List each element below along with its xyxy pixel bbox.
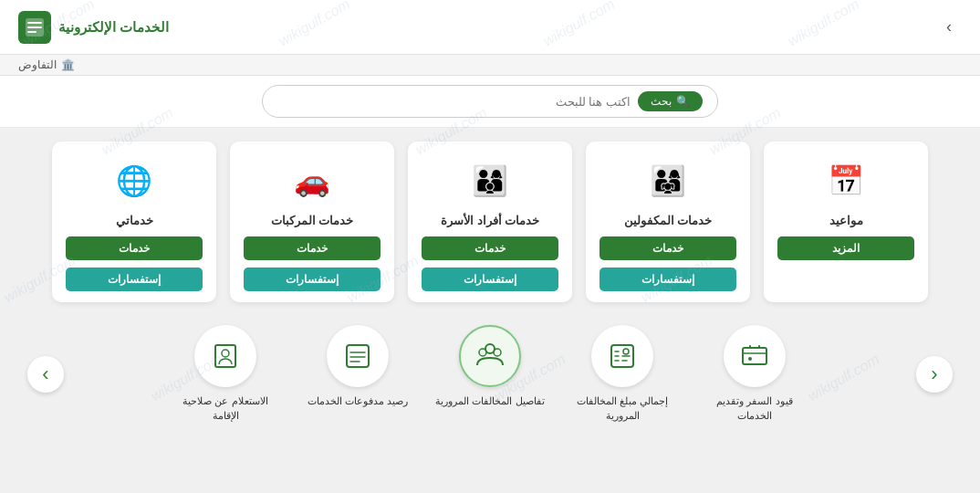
search-input[interactable]	[277, 95, 631, 109]
search-button[interactable]: 🔍 بحث	[638, 91, 703, 111]
svg-rect-1	[743, 348, 766, 364]
bottom-icon-residency[interactable]: الاستعلام عن صلاحية الإقامة	[166, 325, 285, 423]
dependents-icon: 👨‍👩‍👧	[643, 155, 693, 205]
search-bar: 🔍 بحث	[0, 76, 980, 128]
violation-details-circle	[459, 325, 521, 387]
residency-label: الاستعلام عن صلاحية الإقامة	[171, 394, 280, 423]
cards-section: 📅 مواعيد المزيد 👨‍👩‍👧 خدمات المكفولين خد…	[0, 128, 980, 316]
header: › الخدمات الإلكترونية	[0, 0, 980, 55]
balance-label: رصيد مدفوعات الخدمات	[308, 394, 408, 408]
card-myservices: 🌐 خدماتي خدمات إستفسارات	[52, 142, 216, 302]
sub-nav-icon: 🏛️	[61, 58, 75, 71]
dependents-title: خدمات المكفولين	[624, 213, 713, 229]
next-arrow[interactable]: ›	[27, 356, 64, 393]
family-inquiries-button[interactable]: إستفسارات	[422, 267, 558, 291]
family-services-button[interactable]: خدمات	[422, 236, 558, 260]
logo-icon	[18, 11, 51, 44]
appointments-icon: 📅	[821, 155, 871, 205]
prev-arrow[interactable]: ‹	[916, 356, 953, 393]
appointments-title: مواعيد	[829, 213, 863, 229]
myservices-title: خدماتي	[116, 213, 153, 229]
svg-rect-8	[347, 345, 369, 367]
residency-circle	[194, 325, 256, 387]
vehicles-title: خدمات المركبات	[271, 213, 354, 229]
violation-details-label: تفاصيل المخالفات المرورية	[435, 394, 544, 408]
svg-point-7	[494, 349, 501, 356]
bottom-icon-travel[interactable]: قيود السفر وتقديم الخدمات	[695, 325, 814, 423]
card-vehicles: 🚗 خدمات المركبات خدمات إستفسارات	[230, 142, 394, 302]
balance-circle	[327, 325, 389, 387]
card-appointments: 📅 مواعيد المزيد	[764, 142, 928, 302]
dependents-services-button[interactable]: خدمات	[599, 236, 736, 260]
bottom-icon-total-violations[interactable]: إجمالي مبلغ المخالفات المرورية	[563, 325, 682, 423]
card-family: 👨‍👩‍👦 خدمات أفراد الأسرة خدمات إستفسارات	[408, 142, 572, 302]
svg-point-10	[222, 350, 229, 357]
vehicles-icon: 🚗	[287, 155, 338, 205]
svg-point-4	[623, 349, 629, 354]
search-container: 🔍 بحث	[262, 85, 718, 118]
sub-nav: 🏛️ التفاوض	[0, 55, 980, 76]
vehicles-services-button[interactable]: خدمات	[244, 236, 381, 260]
svg-point-6	[479, 349, 486, 356]
logo-text: الخدمات الإلكترونية	[58, 19, 169, 36]
card-dependents: 👨‍👩‍👧 خدمات المكفولين خدمات إستفسارات	[586, 142, 750, 302]
total-violations-label: إجمالي مبلغ المخالفات المرورية	[568, 394, 677, 423]
dependents-inquiries-button[interactable]: إستفسارات	[599, 267, 736, 291]
logo: الخدمات الإلكترونية	[18, 11, 169, 44]
bottom-icons-list: قيود السفر وتقديم الخدمات إجمالي مبلغ ال…	[64, 325, 916, 423]
back-button[interactable]: ›	[936, 15, 962, 40]
bottom-icon-balance[interactable]: رصيد مدفوعات الخدمات	[298, 325, 417, 408]
travel-label: قيود السفر وتقديم الخدمات	[700, 394, 809, 423]
family-icon: 👨‍👩‍👦	[465, 155, 516, 205]
myservices-services-button[interactable]: خدمات	[66, 236, 203, 260]
myservices-icon: 🌐	[109, 155, 160, 205]
appointments-more-button[interactable]: المزيد	[777, 236, 914, 260]
bottom-icon-violation-details[interactable]: تفاصيل المخالفات المرورية	[431, 325, 549, 408]
header-right: الخدمات الإلكترونية	[18, 11, 169, 44]
search-button-label: بحث	[651, 95, 672, 108]
sub-nav-label: التفاوض	[18, 58, 57, 71]
myservices-inquiries-button[interactable]: إستفسارات	[66, 267, 203, 291]
travel-circle	[724, 325, 786, 387]
vehicles-inquiries-button[interactable]: إستفسارات	[244, 267, 381, 291]
sub-nav-item: 🏛️ التفاوض	[18, 58, 75, 71]
total-violations-circle	[591, 325, 653, 387]
svg-point-2	[748, 357, 752, 361]
search-icon: 🔍	[676, 95, 690, 108]
family-title: خدمات أفراد الأسرة	[441, 213, 539, 229]
bottom-section: ‹ قيود السفر وتقديم الخدمات	[0, 316, 980, 432]
